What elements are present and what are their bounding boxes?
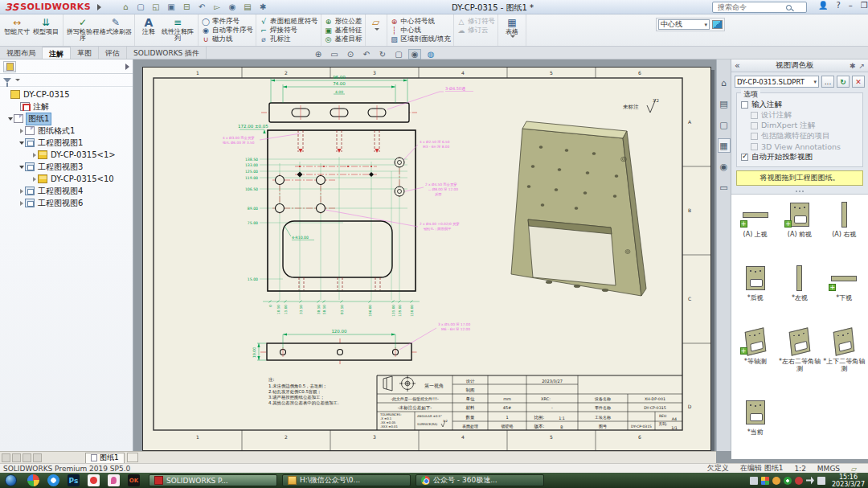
tree-item-annotations[interactable]: 注解 [0, 100, 133, 113]
minimize-icon[interactable]: – [849, 1, 853, 10]
tree-item-part-ref1[interactable]: DY-CP-0315<1> [0, 149, 133, 161]
collapse-icon[interactable] [20, 201, 23, 206]
revision-cloud-button[interactable]: ☁修订云 [457, 26, 495, 35]
rotate-view-icon[interactable]: ↻ [376, 49, 389, 59]
palette-view-dimetric-tb[interactable]: *上下二等角轴测 [822, 326, 866, 391]
taskbar-clock[interactable]: 15:16 2023/3/27 [832, 474, 865, 488]
spell-checker-button[interactable]: ✓ 拼写检验程序 [66, 15, 100, 45]
home-icon[interactable]: ⌂ [119, 2, 132, 13]
tree-item-sheet1[interactable]: 图纸1 [0, 113, 133, 125]
taskbar-app-icon-1[interactable] [27, 474, 39, 486]
checkbox-icon[interactable] [741, 154, 748, 161]
balloon-button[interactable]: ◯零件序号 [201, 17, 253, 26]
tray-app-icon-1[interactable] [772, 477, 780, 485]
tree-item-drawing-view4[interactable]: 工程图视图4 [0, 185, 133, 197]
centerline-button[interactable]: ┆中心线 [390, 26, 451, 35]
layer-color-icon[interactable] [712, 20, 723, 29]
zoom-fit-icon[interactable]: ⊕ [312, 49, 325, 59]
display-settings-icon[interactable]: ◉ [408, 49, 421, 59]
taskbar-app-icon-3[interactable] [88, 474, 100, 486]
blocks-button[interactable]: ▱ [368, 15, 384, 45]
model-items-button[interactable]: ⇊ 模型项目 [31, 15, 60, 45]
checkbox-3d-view-annotations[interactable]: 3D View Annotations [751, 141, 858, 152]
area-hatch-button[interactable]: ▨区域剖面线/填充 [390, 35, 451, 43]
appearance-icon[interactable]: ◍ [424, 49, 437, 59]
tray-windows-icon[interactable] [761, 477, 769, 485]
tab-solidworks-addins[interactable]: SOLIDWORKS 插件 [127, 47, 207, 59]
top-view[interactable]: 96.00 74.00 4.00 3-Ø4.50通 [261, 75, 473, 122]
surface-finish-button[interactable]: √表面粗糙度符号 [259, 17, 318, 26]
collapse-icon[interactable] [20, 189, 23, 194]
units-selector[interactable]: MMGS [817, 465, 840, 473]
photoshop-icon[interactable]: Ps [68, 474, 80, 486]
view-palette-tab-icon[interactable]: ▦ [718, 138, 731, 153]
linear-note-pattern-button[interactable]: ≡ 线性注释阵列 [160, 15, 195, 45]
revision-symbol-button[interactable]: △修订符号 [457, 17, 495, 26]
pin-icon[interactable]: ↗ [858, 62, 865, 70]
chevron-right-icon[interactable] [125, 64, 129, 70]
tab-annotation[interactable]: 注解 [43, 47, 71, 59]
magnetic-line-button[interactable]: ∪磁力线 [201, 35, 253, 43]
expand-icon[interactable] [19, 166, 24, 169]
login-icon[interactable]: 👤 [818, 1, 828, 10]
open-file-icon[interactable]: ◱ [149, 2, 162, 13]
expand-icon[interactable] [19, 141, 24, 145]
checkbox-design-annotations[interactable]: 设计注解 [751, 110, 858, 121]
taskbar-window-folder[interactable]: H:\微信公众号\0... [282, 474, 411, 486]
note-button[interactable]: A 注释 [137, 15, 160, 45]
print-icon[interactable]: ⊟ [180, 2, 193, 13]
checkbox-include-hidden[interactable]: 包括隐藏特征的项目 [751, 131, 858, 141]
tab-sketch[interactable]: 草图 [71, 47, 99, 59]
tree-item-drawing-view1[interactable]: 工程图视图1 [0, 137, 133, 149]
tray-keyboard-icon[interactable] [750, 477, 758, 485]
clear-button[interactable]: ✕ [852, 76, 865, 88]
palette-view-isometric[interactable]: + *等轴测 [733, 326, 777, 391]
tag-icon[interactable]: ▱ [851, 465, 857, 473]
tree-item-drawing-view6[interactable]: 工程图视图6 [0, 197, 133, 209]
refresh-button[interactable]: ↻ [837, 76, 850, 88]
restore-icon[interactable]: ❐ [861, 1, 868, 10]
palette-view-right[interactable]: (A) 右视 [822, 199, 866, 256]
checkbox-icon[interactable] [741, 101, 748, 109]
undo-view-icon[interactable]: ↶ [360, 49, 373, 59]
collapse-icon[interactable] [33, 177, 36, 182]
tree-item-sheet-format1[interactable]: 图纸格式1 [0, 125, 133, 137]
checkbox-dimxpert-annotations[interactable]: DimXpert 注解 [751, 121, 858, 131]
center-mark-button[interactable]: ⊕中心符号线 [390, 17, 451, 26]
tray-network-icon[interactable] [817, 477, 825, 485]
taskbar-app-icon-2[interactable] [47, 474, 59, 486]
datum-target-button[interactable]: ◎基准目标 [324, 35, 362, 43]
3d-drawing-view-icon[interactable]: ▢ [392, 49, 405, 59]
palette-view-front[interactable]: + (A) 前视 [777, 199, 821, 256]
graphics-area[interactable]: 123456 123456 ABCD 未标注 3.2 [133, 59, 716, 451]
datum-feature-button[interactable]: ▣基准特征 [324, 26, 362, 35]
auto-balloon-button[interactable]: ◉自动零件序号 [201, 26, 253, 35]
sheet-scale[interactable]: 1:2 [794, 465, 805, 473]
checkbox-auto-start-projected[interactable]: 自动开始投影视图 [741, 152, 858, 162]
palette-view-back[interactable]: *后视 [733, 263, 777, 320]
title-block[interactable]: 第一视角 设计 2023/3/27 制图 -此文件是一份受控文件!!!- 单位 … [377, 375, 682, 430]
options-icon[interactable]: ✱ [256, 2, 269, 13]
tray-app-icon-3[interactable] [795, 477, 803, 485]
tree-item-drawing-view3[interactable]: 工程图视图3 [0, 161, 133, 173]
geometric-tolerance-button[interactable]: ⊕形位公差 [324, 17, 362, 26]
bottom-view[interactable]: 120.00 19.00 3 x Ø5.00 深 17.00 M6 - 6H 深… [252, 322, 471, 366]
drawing-sheet[interactable]: 123456 123456 ABCD 未标注 3.2 [142, 67, 711, 451]
palette-view-top[interactable]: + (A) 上视 [733, 199, 777, 256]
collapse-pane-icon[interactable]: « [735, 60, 740, 71]
search-icon[interactable] [786, 5, 792, 10]
tray-app-icon-2[interactable] [784, 477, 792, 485]
resources-tab-icon[interactable]: ⌂ [718, 76, 731, 90]
sheet-tab-sheet1[interactable]: 图纸1 [85, 453, 125, 463]
new-file-icon[interactable]: ▢ [134, 2, 147, 13]
sheet-nav-first-icon[interactable] [2, 453, 10, 462]
browse-button[interactable]: ... [821, 76, 834, 88]
start-button[interactable] [5, 474, 17, 486]
tables-button[interactable]: ▦ 表格 [501, 15, 523, 45]
layer-combo[interactable]: 中心线 ▾ [658, 19, 710, 30]
palette-view-dimetric-lr[interactable]: *左右二等角轴测 [777, 326, 821, 391]
zoom-previous-icon[interactable]: ⊙ [344, 49, 357, 59]
tray-volume-icon[interactable] [806, 477, 814, 485]
tree-root[interactable]: DY-CP-0315 [0, 88, 133, 100]
save-icon[interactable]: ▣ [165, 2, 178, 13]
